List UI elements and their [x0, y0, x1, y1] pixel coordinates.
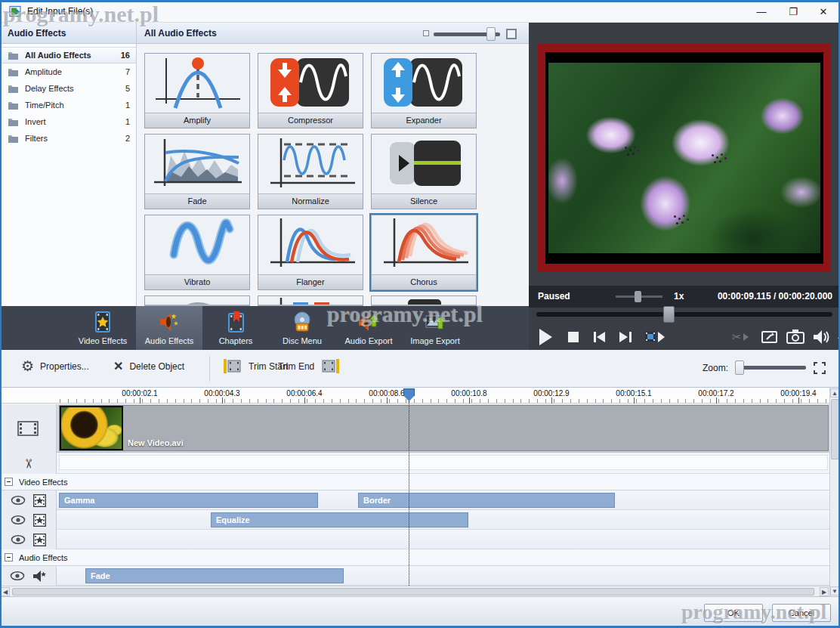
timeline-hscrollbar[interactable]: ◀ ▶ [0, 586, 829, 596]
video-effects-icon [91, 311, 114, 333]
stop-button[interactable] [568, 332, 579, 342]
vscroll-down-arrow[interactable]: ▼ [830, 586, 839, 596]
hscroll-right-arrow[interactable]: ▶ [820, 587, 829, 596]
eye-icon[interactable] [11, 515, 26, 525]
film-star-icon[interactable] [33, 534, 46, 546]
vibrato-icon [145, 215, 249, 274]
tab-disc-menu[interactable]: Disc Menu [269, 306, 335, 350]
sidebar-item-all-audio-effects[interactable]: All Audio Effects 16 [0, 47, 136, 63]
speaker-star-icon[interactable] [32, 570, 47, 583]
maximize-button[interactable]: ❐ [778, 3, 808, 20]
ok-button[interactable]: OK [704, 604, 763, 622]
film-star-icon[interactable] [33, 494, 46, 507]
tab-video-effects[interactable]: Video Effects [69, 306, 136, 350]
frame-advance-button[interactable] [645, 330, 666, 343]
effect-tile-silence[interactable]: Silence [371, 134, 477, 209]
eye-icon[interactable] [11, 495, 26, 506]
snapshot-button[interactable] [786, 329, 804, 344]
folder-icon [8, 67, 19, 76]
sidebar-item-time-pitch[interactable]: Time/Pitch 1 [0, 97, 136, 113]
folder-icon [8, 117, 19, 126]
close-button[interactable]: ✕ [808, 3, 838, 20]
properties-button[interactable]: ⚙ Properties... [21, 359, 89, 373]
timeline-zoom-slider-thumb[interactable] [735, 360, 744, 375]
player-status: Paused [538, 291, 570, 302]
filmstrip-icon [17, 420, 39, 437]
normalize-icon [258, 135, 363, 193]
cancel-button[interactable]: Cancel [772, 604, 831, 622]
zoom-fit-icon[interactable] [814, 362, 826, 377]
video-clip[interactable]: New Video.avi [59, 405, 829, 451]
fullscreen-button[interactable] [761, 330, 777, 344]
folder-icon [8, 134, 19, 143]
item-count: 16 [121, 51, 130, 60]
trim-start-icon [223, 359, 242, 373]
silence-icon [372, 135, 476, 193]
effect-tile-flanger[interactable]: Flanger [258, 215, 363, 290]
trim-end-button[interactable]: Trim End [278, 359, 340, 373]
compressor-icon [258, 54, 363, 113]
minimize-button[interactable]: — [746, 3, 777, 20]
tab-audio-export[interactable]: Audio Export [335, 306, 402, 350]
effect-tile-chorus[interactable]: Chorus [371, 215, 477, 290]
tab-chapters[interactable]: Chapters [202, 306, 269, 350]
speed-slider-thumb[interactable] [635, 291, 641, 302]
video-track: New Video.avi [57, 404, 829, 453]
timeline-zoom-slider[interactable] [737, 366, 806, 370]
amplify-icon [145, 54, 249, 113]
effect-tile-partial-2[interactable] [258, 295, 363, 306]
previous-frame-button[interactable] [594, 332, 606, 342]
next-frame-button[interactable] [619, 332, 632, 342]
eye-icon[interactable] [11, 534, 26, 545]
sidebar-item-invert[interactable]: Invert 1 [0, 113, 136, 130]
seek-slider-thumb[interactable] [663, 306, 675, 323]
folder-icon [8, 101, 19, 110]
effect-tile-partial-3[interactable] [371, 295, 477, 306]
item-count: 5 [125, 84, 130, 93]
effect-tile-expander[interactable]: Expander [371, 53, 477, 128]
object-toolbar: ⚙ Properties... ✕ Delete Object Trim Sta… [0, 350, 840, 388]
tab-image-export[interactable]: Image Export [402, 306, 468, 350]
collapse-video-effects[interactable] [5, 478, 13, 486]
folder-icon [8, 51, 19, 60]
seek-slider[interactable] [536, 312, 832, 317]
hscroll-left-arrow[interactable]: ◀ [1, 587, 10, 596]
thumbnail-size-slider-thumb[interactable] [486, 27, 496, 41]
sidebar-item-delay-effects[interactable]: Delay Effects 5 [0, 80, 136, 97]
effect-bar-fade[interactable]: Fade [85, 568, 344, 583]
fade-icon [145, 135, 249, 193]
volume-button[interactable] [814, 330, 832, 344]
timeline-vscrollbar[interactable]: ▲ ▼ [829, 388, 840, 596]
effect-tile-amplify[interactable]: Amplify [144, 53, 250, 128]
video-letterbox [545, 52, 823, 264]
sidebar-item-amplitude[interactable]: Amplitude 7 [0, 63, 136, 80]
effect-tile-fade[interactable]: Fade [144, 134, 250, 209]
tab-audio-effects[interactable]: Audio Effects [136, 306, 202, 350]
afx-row-gutter [0, 566, 57, 586]
effect-bar-gamma[interactable]: Gamma [59, 493, 318, 508]
effect-tile-vibrato[interactable]: Vibrato [144, 215, 250, 290]
effect-tile-compressor[interactable]: Compressor [258, 53, 363, 128]
collapse-audio-effects[interactable] [5, 553, 13, 561]
hscroll-thumb[interactable] [12, 588, 814, 596]
collapse-arrow-icon[interactable] [838, 334, 840, 339]
image-export-icon [424, 311, 446, 333]
eye-icon[interactable] [10, 571, 25, 581]
chapters-icon [224, 311, 247, 333]
film-star-icon[interactable] [33, 514, 46, 527]
timeline-ruler[interactable]: 00:00:02.1 00:00:04.3 00:00:06.4 00:00:0… [0, 388, 829, 404]
vscroll-up-arrow[interactable]: ▲ [830, 388, 839, 398]
delete-object-button[interactable]: ✕ Delete Object [113, 359, 184, 373]
effect-tile-partial-1[interactable] [144, 295, 250, 306]
split-button[interactable]: ✂ [732, 330, 749, 344]
disc-menu-icon [291, 311, 313, 333]
play-button[interactable] [539, 329, 553, 345]
effect-bar-equalize[interactable]: Equalize [211, 512, 468, 527]
effect-tile-normalize[interactable]: Normalize [258, 134, 363, 209]
video-effects-row-1: Gamma Border [57, 490, 829, 510]
effect-bar-border[interactable]: Border [358, 493, 615, 508]
sidebar-item-filters[interactable]: Filters 2 [0, 130, 136, 147]
effects-sidebar: Audio Effects All Audio Effects 16 Ampli… [0, 23, 137, 306]
thumbnail-small-icon [423, 30, 429, 36]
vscroll-thumb[interactable] [831, 399, 839, 459]
